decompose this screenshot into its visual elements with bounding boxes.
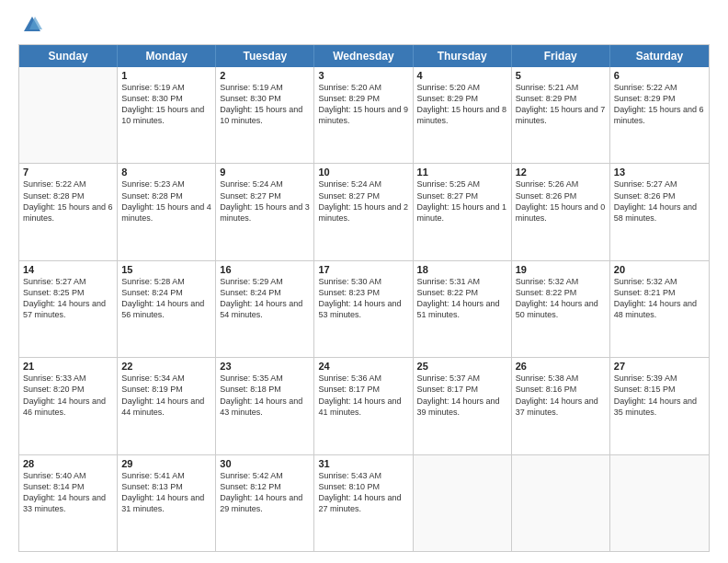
day-info: Sunrise: 5:33 AM Sunset: 8:20 PM Dayligh…	[23, 373, 113, 418]
day-info: Sunrise: 5:34 AM Sunset: 8:19 PM Dayligh…	[121, 373, 211, 418]
page: SundayMondayTuesdayWednesdayThursdayFrid…	[0, 0, 728, 563]
calendar-cell: 15Sunrise: 5:28 AM Sunset: 8:24 PM Dayli…	[118, 261, 216, 357]
day-number: 11	[417, 167, 507, 178]
day-info: Sunrise: 5:28 AM Sunset: 8:24 PM Dayligh…	[121, 276, 211, 321]
calendar-body: 1Sunrise: 5:19 AM Sunset: 8:30 PM Daylig…	[19, 67, 709, 551]
day-number: 25	[417, 361, 507, 372]
calendar-cell: 30Sunrise: 5:42 AM Sunset: 8:12 PM Dayli…	[216, 455, 314, 551]
day-number: 13	[614, 167, 705, 178]
calendar-cell: 22Sunrise: 5:34 AM Sunset: 8:19 PM Dayli…	[118, 358, 216, 454]
calendar-cell: 29Sunrise: 5:41 AM Sunset: 8:13 PM Dayli…	[118, 455, 216, 551]
day-number: 23	[220, 361, 310, 372]
calendar-cell: 18Sunrise: 5:31 AM Sunset: 8:22 PM Dayli…	[414, 261, 512, 357]
day-info: Sunrise: 5:25 AM Sunset: 8:27 PM Dayligh…	[417, 178, 507, 224]
calendar-row-4: 28Sunrise: 5:40 AM Sunset: 8:14 PM Dayli…	[19, 454, 709, 551]
day-info: Sunrise: 5:20 AM Sunset: 8:29 PM Dayligh…	[417, 82, 507, 127]
calendar-row-1: 7Sunrise: 5:22 AM Sunset: 8:28 PM Daylig…	[19, 163, 709, 259]
day-number: 4	[417, 70, 507, 81]
day-info: Sunrise: 5:23 AM Sunset: 8:28 PM Dayligh…	[121, 178, 211, 224]
day-info: Sunrise: 5:21 AM Sunset: 8:29 PM Dayligh…	[516, 82, 606, 127]
calendar-cell: 28Sunrise: 5:40 AM Sunset: 8:14 PM Dayli…	[19, 455, 118, 551]
day-number: 3	[318, 70, 408, 81]
day-info: Sunrise: 5:40 AM Sunset: 8:14 PM Dayligh…	[23, 470, 113, 515]
day-info: Sunrise: 5:24 AM Sunset: 8:27 PM Dayligh…	[220, 178, 310, 224]
day-number: 21	[23, 361, 113, 372]
header-day-wednesday: Wednesday	[314, 45, 413, 67]
header-day-monday: Monday	[118, 45, 216, 67]
day-info: Sunrise: 5:19 AM Sunset: 8:30 PM Dayligh…	[121, 82, 211, 127]
day-info: Sunrise: 5:42 AM Sunset: 8:12 PM Dayligh…	[220, 470, 310, 515]
calendar-cell: 20Sunrise: 5:32 AM Sunset: 8:21 PM Dayli…	[610, 261, 709, 357]
calendar-cell: 27Sunrise: 5:39 AM Sunset: 8:15 PM Dayli…	[610, 358, 709, 454]
calendar-cell: 17Sunrise: 5:30 AM Sunset: 8:23 PM Dayli…	[314, 261, 413, 357]
calendar: SundayMondayTuesdayWednesdayThursdayFrid…	[18, 44, 710, 552]
calendar-row-2: 14Sunrise: 5:27 AM Sunset: 8:25 PM Dayli…	[19, 260, 709, 357]
calendar-cell	[610, 455, 709, 551]
calendar-cell: 25Sunrise: 5:37 AM Sunset: 8:17 PM Dayli…	[414, 358, 512, 454]
day-info: Sunrise: 5:24 AM Sunset: 8:27 PM Dayligh…	[318, 178, 408, 224]
calendar-header: SundayMondayTuesdayWednesdayThursdayFrid…	[19, 45, 709, 67]
day-number: 27	[614, 361, 705, 372]
calendar-cell: 4Sunrise: 5:20 AM Sunset: 8:29 PM Daylig…	[414, 67, 512, 163]
calendar-cell: 31Sunrise: 5:43 AM Sunset: 8:10 PM Dayli…	[314, 455, 413, 551]
day-info: Sunrise: 5:35 AM Sunset: 8:18 PM Dayligh…	[220, 373, 310, 418]
calendar-cell: 10Sunrise: 5:24 AM Sunset: 8:27 PM Dayli…	[314, 164, 413, 259]
day-number: 26	[516, 361, 606, 372]
header	[18, 15, 710, 35]
day-info: Sunrise: 5:27 AM Sunset: 8:26 PM Dayligh…	[614, 178, 705, 224]
day-number: 31	[318, 458, 408, 469]
header-day-tuesday: Tuesday	[216, 45, 314, 67]
calendar-cell: 21Sunrise: 5:33 AM Sunset: 8:20 PM Dayli…	[19, 358, 118, 454]
calendar-cell: 2Sunrise: 5:19 AM Sunset: 8:30 PM Daylig…	[216, 67, 314, 163]
calendar-cell: 5Sunrise: 5:21 AM Sunset: 8:29 PM Daylig…	[512, 67, 610, 163]
calendar-cell: 7Sunrise: 5:22 AM Sunset: 8:28 PM Daylig…	[19, 164, 118, 259]
day-info: Sunrise: 5:32 AM Sunset: 8:22 PM Dayligh…	[516, 276, 606, 321]
calendar-cell: 16Sunrise: 5:29 AM Sunset: 8:24 PM Dayli…	[216, 261, 314, 357]
calendar-cell: 11Sunrise: 5:25 AM Sunset: 8:27 PM Dayli…	[414, 164, 512, 259]
calendar-cell: 3Sunrise: 5:20 AM Sunset: 8:29 PM Daylig…	[314, 67, 413, 163]
day-info: Sunrise: 5:39 AM Sunset: 8:15 PM Dayligh…	[614, 373, 705, 418]
day-number: 7	[23, 167, 113, 178]
calendar-cell: 23Sunrise: 5:35 AM Sunset: 8:18 PM Dayli…	[216, 358, 314, 454]
day-info: Sunrise: 5:32 AM Sunset: 8:21 PM Dayligh…	[614, 276, 705, 321]
header-day-sunday: Sunday	[19, 45, 118, 67]
calendar-cell: 26Sunrise: 5:38 AM Sunset: 8:16 PM Dayli…	[512, 358, 610, 454]
day-number: 30	[220, 458, 310, 469]
day-number: 12	[516, 167, 606, 178]
calendar-cell: 8Sunrise: 5:23 AM Sunset: 8:28 PM Daylig…	[118, 164, 216, 259]
calendar-row-3: 21Sunrise: 5:33 AM Sunset: 8:20 PM Dayli…	[19, 357, 709, 454]
day-info: Sunrise: 5:27 AM Sunset: 8:25 PM Dayligh…	[23, 276, 113, 321]
logo-icon	[22, 15, 42, 35]
calendar-cell: 12Sunrise: 5:26 AM Sunset: 8:26 PM Dayli…	[512, 164, 610, 259]
header-day-saturday: Saturday	[610, 45, 709, 67]
day-info: Sunrise: 5:30 AM Sunset: 8:23 PM Dayligh…	[318, 276, 408, 321]
calendar-cell: 9Sunrise: 5:24 AM Sunset: 8:27 PM Daylig…	[216, 164, 314, 259]
day-info: Sunrise: 5:22 AM Sunset: 8:29 PM Dayligh…	[614, 82, 705, 127]
day-info: Sunrise: 5:22 AM Sunset: 8:28 PM Dayligh…	[23, 178, 113, 224]
day-number: 16	[220, 264, 310, 275]
header-day-thursday: Thursday	[414, 45, 512, 67]
day-number: 19	[516, 264, 606, 275]
day-number: 17	[318, 264, 408, 275]
header-day-friday: Friday	[512, 45, 610, 67]
day-info: Sunrise: 5:26 AM Sunset: 8:26 PM Dayligh…	[516, 178, 606, 224]
day-number: 24	[318, 361, 408, 372]
day-info: Sunrise: 5:31 AM Sunset: 8:22 PM Dayligh…	[417, 276, 507, 321]
day-info: Sunrise: 5:20 AM Sunset: 8:29 PM Dayligh…	[318, 82, 408, 127]
day-number: 8	[121, 167, 211, 178]
day-info: Sunrise: 5:43 AM Sunset: 8:10 PM Dayligh…	[318, 470, 408, 515]
day-info: Sunrise: 5:29 AM Sunset: 8:24 PM Dayligh…	[220, 276, 310, 321]
day-number: 28	[23, 458, 113, 469]
day-info: Sunrise: 5:41 AM Sunset: 8:13 PM Dayligh…	[121, 470, 211, 515]
day-number: 9	[220, 167, 310, 178]
calendar-cell: 24Sunrise: 5:36 AM Sunset: 8:17 PM Dayli…	[314, 358, 413, 454]
calendar-cell: 19Sunrise: 5:32 AM Sunset: 8:22 PM Dayli…	[512, 261, 610, 357]
day-info: Sunrise: 5:36 AM Sunset: 8:17 PM Dayligh…	[318, 373, 408, 418]
day-number: 1	[121, 70, 211, 81]
calendar-cell	[19, 67, 118, 163]
day-info: Sunrise: 5:38 AM Sunset: 8:16 PM Dayligh…	[516, 373, 606, 418]
calendar-cell	[512, 455, 610, 551]
day-number: 18	[417, 264, 507, 275]
logo	[18, 15, 42, 35]
calendar-cell	[414, 455, 512, 551]
